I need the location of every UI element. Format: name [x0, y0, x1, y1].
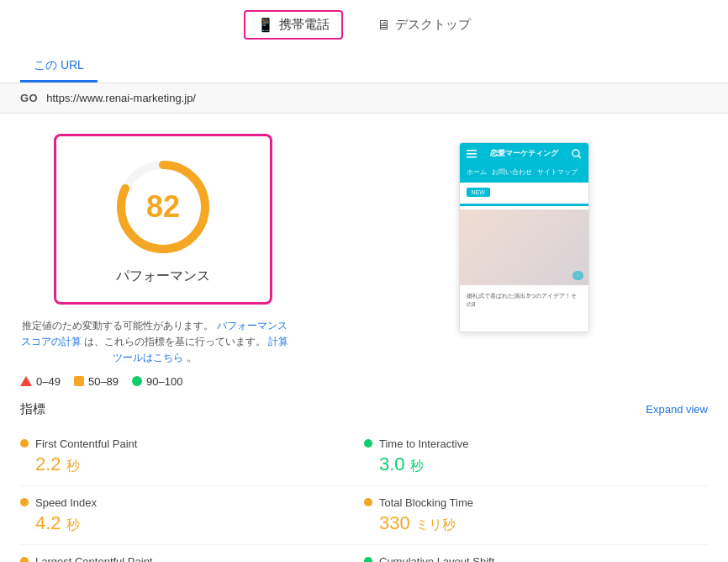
legend-range-low: 0–49: [36, 375, 61, 388]
tab-desktop[interactable]: 🖥 デスクトップ: [363, 10, 484, 40]
metrics-title: 指標: [20, 401, 45, 417]
this-url-tab[interactable]: この URL: [20, 50, 98, 82]
preview-body: NEW › 婚礼式で喜ばれた演出 5つのアイデア！その3: [460, 180, 588, 331]
metrics-section: 指標 Expand view First Contentful Paint 2.…: [0, 388, 728, 562]
metric-lcp-label: Largest Contentful Paint: [35, 555, 152, 562]
url-tabs: この URL: [0, 50, 728, 83]
metric-lcp-dot: [20, 557, 29, 562]
website-preview: 恋愛マーケティング ホーム お問い合わせ サイトマップ NEW › 婚礼式で喜ば…: [459, 142, 589, 332]
metric-fcp-number: 2.2: [35, 453, 61, 475]
legend-triangle-icon: [20, 376, 32, 386]
legend-item-mid: 50–89: [74, 375, 119, 388]
note-text-2: は、これらの指標を基に行っています。: [84, 336, 266, 347]
metric-si-unit: 秒: [66, 517, 80, 532]
svg-rect-3: [467, 153, 477, 155]
legend-circle-icon: [132, 376, 142, 386]
score-card: 82 パフォーマンス: [54, 134, 272, 305]
metric-lcp: Largest Contentful Paint 3.1 秒: [20, 545, 364, 562]
metric-tti-dot: [364, 439, 372, 448]
go-label: GO: [20, 92, 38, 104]
search-icon: [572, 149, 582, 159]
preview-nav-sitemap: サイトマップ: [537, 167, 578, 177]
score-legend: 0–49 50–89 90–100: [20, 375, 306, 388]
preview-divider2: [460, 204, 588, 206]
legend-range-high: 90–100: [146, 375, 182, 388]
score-note: 推定値のため変動する可能性があります。 パフォーマンス スコアの計算 は、これら…: [20, 318, 289, 367]
preview-nav-contact: お問い合わせ: [492, 167, 532, 177]
metric-si-label: Speed Index: [35, 496, 97, 509]
legend-square-icon: [74, 376, 84, 386]
svg-point-5: [572, 150, 579, 156]
note-end: 。: [187, 352, 197, 363]
left-panel: 82 パフォーマンス 推定値のため変動する可能性があります。 パフォーマンス ス…: [20, 134, 306, 388]
metric-tti-value: 3.0 秒: [364, 453, 694, 475]
tab-desktop-label: デスクトップ: [395, 17, 471, 33]
preview-nav: ホーム お問い合わせ サイトマップ: [460, 164, 588, 180]
metric-tti-unit: 秒: [410, 459, 424, 473]
tab-mobile[interactable]: 📱 携帯電話: [244, 10, 343, 40]
note-text-1: 推定値のため変動する可能性があります。: [22, 320, 214, 331]
metric-tti: Time to Interactive 3.0 秒: [364, 427, 708, 486]
menu-icon: [467, 149, 477, 159]
metric-tbt-unit: ミリ秒: [415, 517, 456, 532]
preview-image: ›: [460, 209, 588, 285]
right-panel: 恋愛マーケティング ホーム お問い合わせ サイトマップ NEW › 婚礼式で喜ば…: [340, 134, 708, 388]
metric-fcp-name: First Contentful Paint: [20, 437, 330, 450]
svg-rect-2: [467, 150, 477, 151]
metrics-grid: First Contentful Paint 2.2 秒 Time to Int…: [20, 427, 708, 562]
legend-item-high: 90–100: [132, 375, 182, 388]
metric-tti-name: Time to Interactive: [364, 437, 694, 450]
preview-nav-home: ホーム: [467, 167, 487, 177]
metric-si-value: 4.2 秒: [20, 512, 330, 534]
desktop-icon: 🖥: [377, 18, 390, 33]
expand-view-button[interactable]: Expand view: [646, 403, 708, 416]
tab-mobile-label: 携帯電話: [279, 17, 330, 33]
preview-header: 恋愛マーケティング: [460, 143, 588, 164]
svg-rect-4: [467, 156, 477, 158]
preview-divider: [460, 180, 588, 183]
svg-line-6: [578, 156, 581, 158]
metric-fcp-label: First Contentful Paint: [35, 437, 137, 450]
metric-tbt-name: Total Blocking Time: [364, 496, 694, 509]
metric-fcp-unit: 秒: [66, 459, 80, 473]
metric-fcp-value: 2.2 秒: [20, 453, 330, 475]
metric-cls-name: Cumulative Layout Shift: [364, 555, 694, 562]
preview-new-badge: NEW: [467, 188, 490, 197]
metric-fcp-dot: [20, 439, 29, 448]
score-label: パフォーマンス: [116, 268, 210, 285]
metric-tbt-label: Total Blocking Time: [379, 496, 473, 509]
metric-tbt-value: 330 ミリ秒: [364, 512, 694, 534]
device-tabs: 📱 携帯電話 🖥 デスクトップ: [0, 0, 728, 46]
metric-cls: Cumulative Layout Shift 0: [364, 545, 708, 562]
metric-tti-number: 3.0: [379, 453, 405, 475]
metric-si-name: Speed Index: [20, 496, 330, 509]
mobile-icon: 📱: [257, 17, 274, 33]
metric-tbt: Total Blocking Time 330 ミリ秒: [364, 486, 708, 545]
metric-cls-label: Cumulative Layout Shift: [379, 555, 494, 562]
metric-cls-dot: [364, 557, 372, 562]
legend-item-low: 0–49: [20, 375, 61, 388]
preview-site-name: 恋愛マーケティング: [490, 148, 558, 159]
metric-tti-label: Time to Interactive: [379, 437, 468, 450]
metric-si: Speed Index 4.2 秒: [20, 486, 364, 545]
score-value: 82: [146, 189, 180, 225]
url-display: https://www.renai-marketing.jp/: [46, 92, 196, 104]
url-row: GO https://www.renai-marketing.jp/: [0, 83, 728, 114]
metric-si-number: 4.2: [35, 512, 61, 533]
metric-fcp: First Contentful Paint 2.2 秒: [20, 427, 364, 486]
preview-caption: 婚礼式で喜ばれた演出 5つのアイデア！その3: [460, 289, 588, 312]
metric-si-dot: [20, 498, 29, 506]
metric-lcp-name: Largest Contentful Paint: [20, 555, 330, 562]
main-content: 82 パフォーマンス 推定値のため変動する可能性があります。 パフォーマンス ス…: [0, 114, 728, 388]
preview-more-button: ›: [572, 271, 583, 280]
metrics-header: 指標 Expand view: [20, 401, 708, 417]
metric-tbt-number: 330: [379, 512, 410, 533]
score-circle: 82: [113, 156, 214, 257]
metric-tbt-dot: [364, 498, 372, 506]
legend-range-mid: 50–89: [88, 375, 119, 388]
